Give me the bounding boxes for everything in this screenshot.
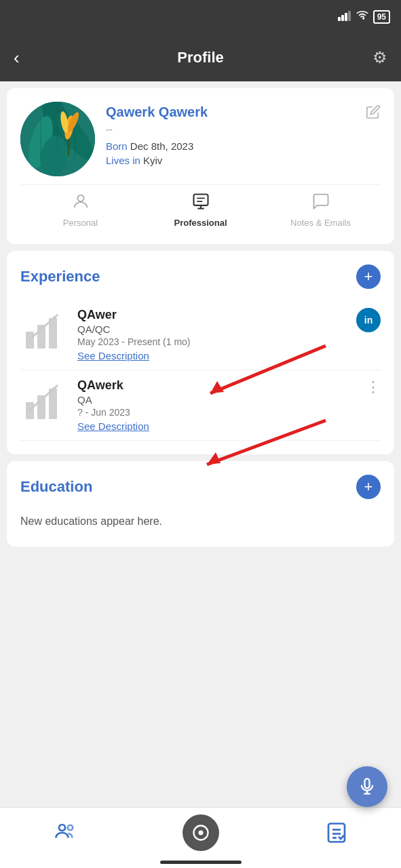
nav-contacts[interactable]: [53, 821, 77, 845]
add-experience-button[interactable]: +: [356, 264, 381, 289]
status-icons: 95: [338, 10, 390, 24]
linkedin-badge[interactable]: in: [356, 308, 381, 332]
profile-lives: Lives in Kyiv: [106, 155, 381, 166]
experience-dates-2: ? - Jun 2023: [77, 407, 356, 418]
experience-company-2: QAwerk: [77, 378, 356, 393]
svg-point-40: [67, 825, 73, 830]
education-title: Education: [20, 478, 92, 496]
back-button[interactable]: ‹: [14, 47, 41, 68]
experience-info: QAwer QA/QC May 2023 - Present (1 mo) Se…: [77, 308, 347, 361]
experience-more-button[interactable]: ⋮: [366, 378, 381, 396]
education-header: Education +: [20, 475, 381, 499]
experience-desc-link-2[interactable]: See Description: [77, 420, 356, 432]
svg-point-42: [198, 830, 203, 835]
battery-indicator: 95: [373, 10, 390, 24]
header: ‹ Profile ⚙: [0, 34, 401, 81]
notes-icon: [311, 192, 330, 215]
profile-tabs: Personal Professional: [20, 184, 381, 231]
profile-subtitle: --: [106, 123, 381, 135]
svg-point-39: [59, 825, 65, 831]
experience-item: QAwerk QA ? - Jun 2023 See Description ⋮: [20, 370, 381, 441]
profile-born: Born Dec 8th, 2023: [106, 140, 381, 152]
bottom-nav: [0, 807, 401, 868]
education-empty: New educations appear here.: [20, 510, 381, 533]
tab-professional-label: Professional: [174, 218, 227, 228]
svg-rect-2: [345, 13, 347, 21]
tab-personal-label: Personal: [63, 218, 98, 228]
tab-professional[interactable]: Professional: [140, 192, 261, 228]
experience-role-2: QA: [77, 394, 356, 406]
svg-rect-36: [365, 778, 370, 788]
profile-card: Qawerk Qawerk -- Born Dec 8th, 2023 Live…: [7, 88, 394, 244]
settings-button[interactable]: ⚙: [360, 48, 387, 67]
avatar: [20, 102, 95, 176]
status-bar: 95: [0, 0, 401, 34]
signal-icon: [338, 10, 351, 24]
experience-section: Experience + QAwer QA/QC May 2023 - Pres…: [7, 251, 394, 454]
personal-icon: [71, 192, 90, 215]
profile-info: Qawerk Qawerk -- Born Dec 8th, 2023 Live…: [106, 102, 381, 166]
experience-item: QAwer QA/QC May 2023 - Present (1 mo) Se…: [20, 300, 381, 370]
experience-role: QA/QC: [77, 323, 347, 335]
svg-rect-1: [341, 15, 344, 21]
svg-rect-17: [193, 195, 208, 205]
svg-rect-43: [328, 823, 345, 842]
experience-company: QAwer: [77, 308, 347, 322]
profile-top: Qawerk Qawerk -- Born Dec 8th, 2023 Live…: [20, 102, 381, 176]
experience-desc-link[interactable]: See Description: [77, 350, 347, 361]
experience-title: Experience: [20, 268, 100, 285]
experience-header: Experience +: [20, 264, 381, 289]
svg-point-16: [77, 195, 83, 201]
professional-icon: [191, 192, 210, 215]
add-education-button[interactable]: +: [356, 475, 381, 499]
home-indicator: [160, 861, 242, 864]
profile-name: Qawerk Qawerk: [106, 104, 208, 120]
page-title: Profile: [41, 49, 360, 66]
svg-rect-3: [348, 11, 351, 21]
tab-notes-label: Notes & Emails: [290, 218, 351, 228]
microphone-fab[interactable]: [347, 766, 387, 807]
edit-profile-button[interactable]: [366, 104, 381, 123]
experience-dates: May 2023 - Present (1 mo): [77, 336, 347, 347]
tab-notes[interactable]: Notes & Emails: [261, 192, 381, 228]
nav-tasks[interactable]: [324, 821, 349, 845]
nav-home[interactable]: [183, 814, 219, 851]
experience-chart-icon-2: [20, 378, 68, 426]
wifi-icon: [356, 10, 369, 24]
tab-personal[interactable]: Personal: [20, 192, 140, 228]
svg-rect-0: [338, 17, 341, 21]
experience-info-2: QAwerk QA ? - Jun 2023 See Description: [77, 378, 356, 432]
experience-chart-icon: [20, 308, 68, 355]
education-section: Education + New educations appear here.: [7, 461, 394, 547]
